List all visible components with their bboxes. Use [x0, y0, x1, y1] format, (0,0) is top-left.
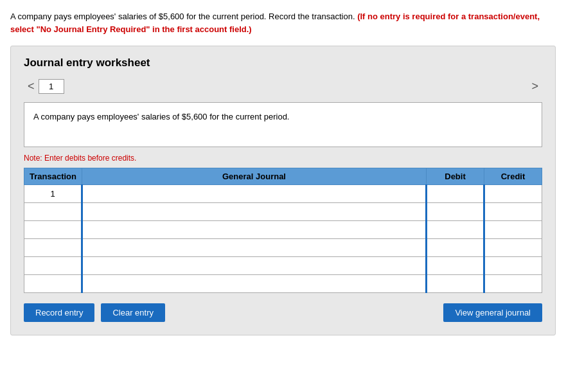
nav-row: < 1 > [24, 78, 542, 94]
description-text: A company pays employees' salaries of $5… [33, 112, 289, 121]
transaction-cell [24, 203, 82, 221]
journal-input[interactable] [85, 239, 423, 256]
debit-input[interactable] [430, 221, 481, 238]
credit-input[interactable] [488, 203, 539, 220]
table-row [24, 239, 542, 257]
journal-input[interactable] [85, 275, 423, 292]
view-general-journal-button[interactable]: View general journal [443, 303, 542, 322]
debit-cell[interactable] [427, 221, 484, 239]
debit-cell[interactable] [427, 275, 484, 293]
credit-input[interactable] [488, 239, 539, 256]
debit-cell[interactable] [427, 239, 484, 257]
credit-cell[interactable] [484, 239, 542, 257]
debit-input[interactable] [430, 203, 481, 220]
credit-cell[interactable] [484, 275, 542, 293]
nav-left-arrow[interactable]: < [24, 78, 39, 94]
debit-cell[interactable] [427, 203, 484, 221]
credit-input[interactable] [488, 221, 539, 238]
journal-table: Transaction General Journal Debit Credit… [24, 168, 542, 293]
transaction-cell: 1 [24, 185, 82, 203]
journal-cell[interactable] [82, 203, 427, 221]
debit-input[interactable] [430, 185, 481, 202]
description-box: A company pays employees' salaries of $5… [24, 102, 542, 147]
journal-input[interactable] [85, 203, 423, 220]
worksheet-container: Journal entry worksheet < 1 > A company … [10, 46, 556, 335]
credit-cell[interactable] [484, 221, 542, 239]
debit-input[interactable] [430, 275, 481, 292]
intro-main: A company pays employees' salaries of $5… [10, 12, 355, 21]
journal-input[interactable] [85, 185, 423, 202]
debit-cell[interactable] [427, 185, 484, 203]
clear-entry-button[interactable]: Clear entry [101, 303, 165, 322]
worksheet-title: Journal entry worksheet [24, 57, 542, 69]
journal-input[interactable] [85, 257, 423, 274]
credit-input[interactable] [488, 185, 539, 202]
intro-text: A company pays employees' salaries of $5… [10, 10, 556, 35]
journal-input[interactable] [85, 221, 423, 238]
nav-right-arrow[interactable]: > [527, 78, 542, 94]
transaction-cell [24, 257, 82, 275]
credit-cell[interactable] [484, 185, 542, 203]
debit-input[interactable] [430, 257, 481, 274]
col-general-journal: General Journal [82, 168, 427, 185]
journal-cell[interactable] [82, 239, 427, 257]
tab-box[interactable]: 1 [39, 79, 64, 94]
credit-cell[interactable] [484, 257, 542, 275]
table-row: 1 [24, 185, 542, 203]
table-row [24, 221, 542, 239]
debit-cell[interactable] [427, 257, 484, 275]
buttons-row: Record entry Clear entry View general jo… [24, 303, 542, 322]
journal-cell[interactable] [82, 257, 427, 275]
col-credit: Credit [484, 168, 542, 185]
table-row [24, 257, 542, 275]
journal-cell[interactable] [82, 185, 427, 203]
credit-input[interactable] [488, 257, 539, 274]
table-row [24, 203, 542, 221]
col-transaction: Transaction [24, 168, 82, 185]
record-entry-button[interactable]: Record entry [24, 303, 94, 322]
journal-cell[interactable] [82, 275, 427, 293]
debit-input[interactable] [430, 239, 481, 256]
credit-cell[interactable] [484, 203, 542, 221]
transaction-cell [24, 221, 82, 239]
note-text: Note: Enter debits before credits. [24, 154, 542, 163]
table-row [24, 275, 542, 293]
col-debit: Debit [427, 168, 484, 185]
credit-input[interactable] [488, 275, 539, 292]
transaction-cell [24, 275, 82, 293]
transaction-cell [24, 239, 82, 257]
journal-cell[interactable] [82, 221, 427, 239]
